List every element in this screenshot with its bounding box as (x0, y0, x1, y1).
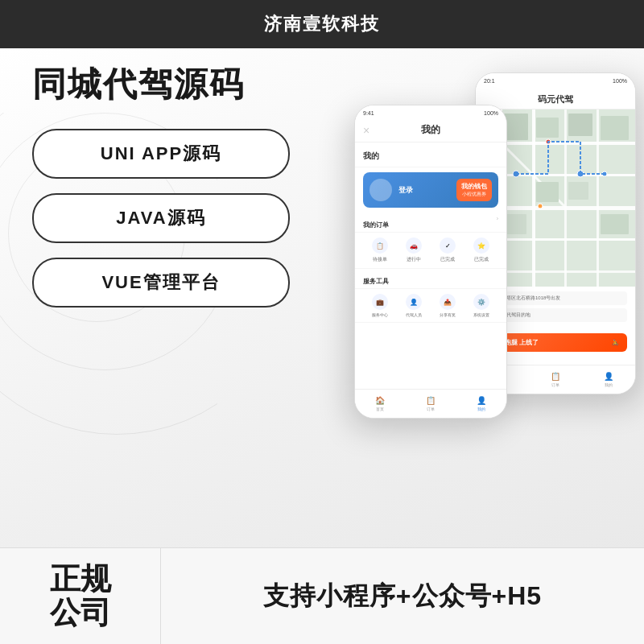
pill-uni-app: UNI APP源码 (32, 129, 290, 179)
orders-row: 📋 待接单 🚗 进行中 ✓ 已完成 ⭐ 已完成 (355, 233, 506, 269)
svg-rect-8 (564, 109, 567, 287)
statusbar-time: 20:1 (484, 78, 495, 84)
order-done-label: 已完成 (440, 256, 455, 263)
statusbar-battery: 100% (613, 78, 627, 84)
order-pending[interactable]: 📋 待接单 (372, 237, 388, 263)
orders-title: 我的订单 (363, 221, 389, 229)
nav-mine-front[interactable]: 👤 我的 (477, 396, 486, 411)
main-headline: 同城代驾源码 (32, 64, 338, 105)
svg-rect-18 (568, 182, 588, 200)
company-line2: 公司 (50, 596, 111, 630)
coupon-area: 我的钱包 小程优惠券 (456, 179, 492, 201)
company-line1: 正规 (50, 562, 111, 596)
pill-uni-app-label: UNI APP源码 (101, 142, 221, 166)
order-rated-icon: ⭐ (473, 237, 489, 254)
support-area: 支持小程序+公众号+H5 (161, 579, 644, 614)
nav-orders-icon: 📋 (551, 372, 560, 381)
tool-service-icon: 💼 (372, 294, 388, 310)
tool-driver[interactable]: 👤 代驾人员 (406, 294, 422, 317)
tool-driver-icon: 👤 (406, 294, 422, 310)
order-done-icon: ✓ (440, 237, 456, 254)
front-title: 我的 (421, 123, 440, 137)
front-statusbar-battery: 100% (484, 110, 498, 116)
svg-rect-21 (601, 214, 629, 234)
order-done[interactable]: ✓ 已完成 (440, 237, 456, 263)
tools-section: 服务工具 (355, 269, 506, 289)
svg-rect-7 (532, 109, 535, 287)
order-rated-label: 已完成 (474, 256, 489, 263)
spacer (492, 126, 498, 134)
tool-driver-label: 代驾人员 (406, 312, 422, 317)
login-area[interactable]: 登录 我的钱包 小程优惠券 (363, 172, 498, 208)
nav-home-front-label: 首页 (376, 407, 384, 411)
banner-sub: 🚴 (612, 340, 619, 346)
phones-container: 20:1 100% 码元代驾 (346, 56, 636, 507)
tools-title: 服务工具 (363, 278, 389, 285)
pill-vue: VUE管理平台 (32, 258, 290, 308)
nav-mine-label: 我的 (605, 382, 613, 387)
nav-mine-icon: 👤 (604, 372, 613, 381)
front-statusbar-time: 9:41 (363, 110, 374, 116)
tool-share-label: 分享有奖 (440, 312, 456, 317)
company-area: 正规 公司 (0, 548, 161, 644)
order-active[interactable]: 🚗 进行中 (406, 237, 422, 263)
feature-pills-list: UNI APP源码 JAVA源码 VUE管理平台 (32, 129, 338, 308)
svg-rect-12 (504, 114, 528, 140)
phone-back-statusbar: 20:1 100% (476, 73, 635, 88)
nav-orders-label: 订单 (551, 382, 559, 387)
main-area: 同城代驾源码 UNI APP源码 JAVA源码 VUE管理平台 20:1 100… (0, 48, 644, 596)
svg-rect-13 (536, 118, 559, 138)
wallet-text: 我的钱包 (461, 182, 487, 191)
bottom-banner: 正规 公司 支持小程序+公众号+H5 (0, 547, 644, 644)
pill-java-label: JAVA源码 (116, 206, 205, 230)
user-avatar (369, 179, 392, 201)
phone-menu: 9:41 100% × 我的 我的 登录 我的钱包 小程优惠券 (354, 105, 507, 419)
nav-orders-front[interactable]: 📋 订单 (426, 396, 436, 411)
nav-home-front-icon: 🏠 (375, 396, 385, 405)
map-phone-header: 码元代驾 (476, 88, 635, 109)
orders-arrow: › (497, 216, 498, 221)
pill-vue-label: VUE管理平台 (101, 270, 220, 295)
tool-share[interactable]: 📤 分享有奖 (440, 294, 456, 317)
tool-settings[interactable]: ⚙️ 系统设置 (473, 294, 489, 317)
nav-mine-front-icon: 👤 (477, 396, 486, 405)
coupon-text: 小程优惠券 (461, 191, 487, 198)
phone-front-statusbar: 9:41 100% (355, 105, 506, 120)
svg-rect-15 (601, 116, 629, 140)
mine-label: 我的 (363, 151, 379, 160)
company-title: 济南壹软科技 (264, 12, 380, 36)
left-content: 同城代驾源码 UNI APP源码 JAVA源码 VUE管理平台 (32, 64, 338, 308)
nav-mine-map[interactable]: 👤 我的 (604, 372, 613, 387)
pill-java: JAVA源码 (32, 193, 290, 243)
orders-section: 我的订单 › (355, 213, 506, 233)
svg-rect-9 (597, 109, 599, 287)
tool-share-icon: 📤 (440, 294, 456, 310)
nav-orders-front-label: 订单 (427, 407, 435, 411)
nav-mine-front-label: 我的 (477, 407, 485, 411)
tool-service[interactable]: 💼 服务中心 (372, 294, 388, 317)
svg-point-25 (538, 204, 543, 208)
mine-section-header: 我的 (355, 142, 506, 167)
tools-row: 💼 服务中心 👤 代驾人员 📤 分享有奖 ⚙️ 系统设置 (355, 289, 506, 323)
svg-rect-17 (536, 182, 559, 202)
close-button[interactable]: × (363, 124, 369, 137)
tool-settings-label: 系统设置 (473, 312, 489, 317)
front-phone-header: × 我的 (355, 120, 506, 142)
tool-settings-icon: ⚙️ (473, 294, 489, 310)
order-rated[interactable]: ⭐ 已完成 (473, 237, 489, 263)
company-text: 正规 公司 (50, 563, 111, 630)
order-active-label: 进行中 (407, 256, 421, 263)
nav-home-front[interactable]: 🏠 首页 (375, 396, 385, 411)
support-text: 支持小程序+公众号+H5 (263, 579, 542, 614)
front-phone-nav: 🏠 首页 📋 订单 👤 我的 (355, 389, 506, 418)
svg-rect-14 (568, 114, 592, 136)
login-text: 登录 (398, 185, 413, 196)
nav-orders-front-icon: 📋 (426, 396, 436, 405)
nav-orders-map[interactable]: 📋 订单 (551, 372, 560, 387)
svg-rect-20 (504, 214, 526, 234)
tool-service-label: 服务中心 (372, 312, 388, 317)
order-active-icon: 🚗 (406, 237, 422, 254)
order-pending-label: 待接单 (373, 256, 387, 263)
map-title: 码元代驾 (538, 94, 573, 104)
header-bar: 济南壹软科技 (0, 0, 644, 48)
